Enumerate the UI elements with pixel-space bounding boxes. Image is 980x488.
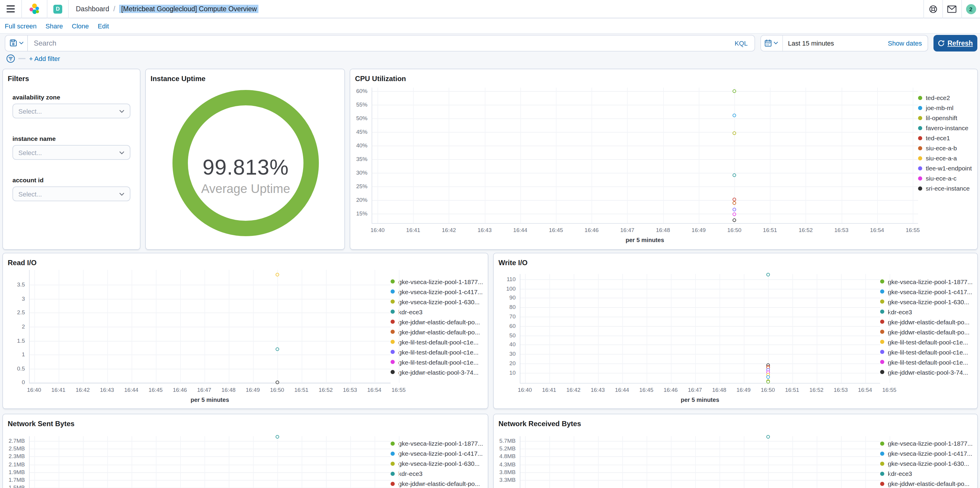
legend-item[interactable]: gke-vseca-lizzie-pool-1-1877... xyxy=(880,440,973,447)
menu-button[interactable] xyxy=(0,0,21,18)
y-gridline xyxy=(520,298,880,299)
legend-item[interactable]: favero-instance xyxy=(918,124,973,132)
legend-item[interactable]: tlee-w1-endpoint xyxy=(918,165,973,172)
show-dates-button[interactable]: Show dates xyxy=(883,40,927,46)
y-tick-label: 60 xyxy=(509,323,515,330)
data-point xyxy=(275,380,279,384)
legend-item[interactable]: gke-vseca-lizzie-pool-1-c417... xyxy=(391,450,483,457)
y-tick-label: 2.5MB xyxy=(9,445,25,453)
legend-item[interactable]: gke-jddwr-elastic-default-po... xyxy=(391,480,483,487)
x-gridline xyxy=(131,436,132,488)
instance-name-select[interactable]: Select... xyxy=(13,145,130,160)
y-gridline xyxy=(520,326,880,327)
legend-item[interactable]: gke-vseca-lizzie-pool-1-1877... xyxy=(391,278,483,285)
legend-item[interactable]: gke-vseca-lizzie-pool-1-630... xyxy=(391,298,483,305)
data-point xyxy=(733,208,736,211)
data-point xyxy=(766,380,770,384)
legend-item[interactable]: gke-jddwr-elastic-pool-3-74... xyxy=(391,368,483,376)
full-screen-link[interactable]: Full screen xyxy=(5,22,37,29)
legend-item[interactable]: gke-vseca-lizzie-pool-1-630... xyxy=(391,460,483,467)
legend-item[interactable]: joe-mb-ml xyxy=(918,104,973,111)
search-box: KQL xyxy=(5,35,755,51)
legend-item[interactable]: gke-vseca-lizzie-pool-1-630... xyxy=(880,298,973,305)
elastic-logo-icon xyxy=(29,3,40,15)
mail-icon xyxy=(947,5,956,13)
legend-item[interactable]: gke-jddwr-elastic-default-po... xyxy=(880,328,973,335)
legend-item[interactable]: gke-lil-test-default-pool-c1e... xyxy=(391,338,483,345)
user-menu-button[interactable]: 2 xyxy=(962,0,980,18)
legend-item[interactable]: gke-jddwr-elastic-default-po... xyxy=(880,480,973,487)
legend-item[interactable]: gke-vseca-lizzie-pool-1-1877... xyxy=(880,278,973,285)
x-tick-label: 16:52 xyxy=(795,227,816,233)
legend-dot-icon xyxy=(880,370,884,374)
legend-item[interactable]: kdr-ece3 xyxy=(391,308,483,315)
space-switcher[interactable]: D xyxy=(48,0,68,18)
y-tick-label: 3.3MB xyxy=(500,477,515,483)
legend-item[interactable]: gke-vseca-lizzie-pool-1-630... xyxy=(880,460,973,467)
legend-item[interactable]: kdr-ece3 xyxy=(880,470,973,477)
y-tick-label: 2 xyxy=(22,323,25,330)
account-id-select[interactable]: Select... xyxy=(13,187,130,201)
y-tick-label: 2.1MB xyxy=(9,461,25,468)
x-gridline xyxy=(556,87,557,223)
legend-item[interactable]: gke-jddwr-elastic-default-po... xyxy=(880,318,973,325)
add-filter-button[interactable]: + Add filter xyxy=(29,55,60,62)
legend-item[interactable]: gke-lil-test-default-pool-c1e... xyxy=(391,358,483,366)
y-gridline xyxy=(520,472,880,473)
x-gridline xyxy=(277,436,278,488)
x-tick-label: 16:48 xyxy=(218,387,239,393)
legend-item[interactable]: kdr-ece3 xyxy=(880,308,973,315)
x-gridline xyxy=(627,87,628,223)
chevron-down-icon xyxy=(773,41,778,44)
legend-item[interactable]: gke-lil-test-default-pool-c1e... xyxy=(880,348,973,355)
legend-item[interactable]: gke-jddwr-elastic-default-po... xyxy=(391,328,483,335)
legend-item[interactable]: siu-ece-a-b xyxy=(918,144,973,152)
legend-item[interactable]: gke-vseca-lizzie-pool-1-c417... xyxy=(880,288,973,295)
x-gridline xyxy=(671,274,671,383)
legend-item[interactable]: ted-ece2 xyxy=(918,94,973,101)
x-gridline xyxy=(107,436,108,488)
breadcrumb-dashboard[interactable]: Dashboard xyxy=(76,5,109,13)
legend-item[interactable]: sri-ece-instance xyxy=(918,185,973,192)
x-gridline xyxy=(646,274,647,383)
filter-options-button[interactable] xyxy=(5,53,16,64)
legend-label: kdr-ece3 xyxy=(888,470,912,477)
query-language-button[interactable]: KQL xyxy=(728,40,754,46)
saved-query-menu-button[interactable] xyxy=(5,35,28,51)
legend-item[interactable]: gke-vseca-lizzie-pool-1-c417... xyxy=(880,450,973,457)
time-range-button[interactable]: Last 15 minutes xyxy=(783,40,839,46)
newsfeed-button[interactable] xyxy=(943,0,961,18)
x-tick-label: 16:43 xyxy=(474,227,495,233)
legend-item[interactable]: gke-lil-test-default-pool-c1e... xyxy=(880,358,973,366)
y-tick-label: 90 xyxy=(509,295,515,301)
y-tick-label: 1 xyxy=(22,351,25,358)
elastic-logo[interactable] xyxy=(22,0,47,18)
legend-label: gke-vseca-lizzie-pool-1-1877... xyxy=(888,440,973,447)
legend-item[interactable]: gke-lil-test-default-pool-c1e... xyxy=(391,348,483,355)
legend-label: lil-openshift xyxy=(926,114,957,121)
legend-item[interactable]: lil-openshift xyxy=(918,114,973,121)
availability-zone-select[interactable]: Select... xyxy=(13,104,130,118)
refresh-button[interactable]: Refresh xyxy=(933,35,977,51)
legend-item[interactable]: siu-ece-a-a xyxy=(918,154,973,162)
legend-item[interactable]: gke-jddwr-elastic-default-po... xyxy=(391,318,483,325)
x-tick-label: 16:47 xyxy=(685,387,705,393)
y-axis: 2.7MB2.5MB2.3MB2.1MB1.9MB1.7MB1.5MB xyxy=(8,436,29,488)
edit-link[interactable]: Edit xyxy=(98,22,109,29)
date-quick-select-button[interactable] xyxy=(761,35,783,51)
legend-label: kdr-ece3 xyxy=(888,308,912,315)
panel-title: Write I/O xyxy=(498,258,973,268)
x-gridline xyxy=(592,87,592,223)
legend-item[interactable]: gke-jddwr-elastic-pool-3-74... xyxy=(880,368,973,376)
legend-item[interactable]: gke-lil-test-default-pool-c1e... xyxy=(880,338,973,345)
legend-item[interactable]: gke-vseca-lizzie-pool-1-c417... xyxy=(391,288,483,295)
legend-item[interactable]: ted-ece1 xyxy=(918,135,973,141)
legend-item[interactable]: siu-ece-a-c xyxy=(918,174,973,182)
search-input[interactable] xyxy=(28,39,728,47)
share-link[interactable]: Share xyxy=(46,22,63,29)
help-button[interactable] xyxy=(924,0,942,18)
legend-item[interactable]: gke-vseca-lizzie-pool-1-1877... xyxy=(391,440,483,447)
legend-item[interactable]: kdr-ece3 xyxy=(391,470,483,477)
legend-dot-icon xyxy=(880,309,884,314)
clone-link[interactable]: Clone xyxy=(72,22,89,29)
